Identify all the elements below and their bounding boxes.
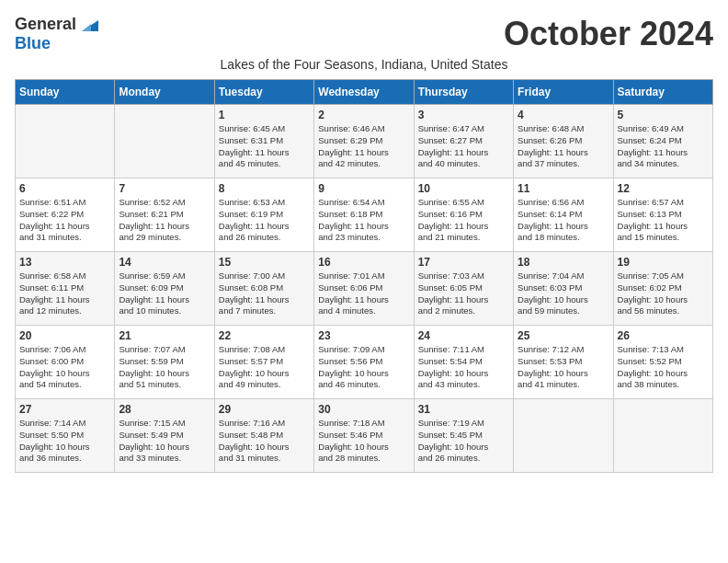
header-day-friday: Friday (514, 80, 613, 105)
cell-info: Sunset: 6:31 PM (219, 135, 310, 147)
logo: General Blue (15, 15, 98, 53)
cell-info: and 54 minutes. (19, 379, 110, 391)
header-day-tuesday: Tuesday (214, 80, 313, 105)
cell-info: Sunrise: 7:16 AM (219, 418, 310, 430)
cell-info: and 33 minutes. (119, 453, 210, 465)
calendar-body: 1Sunrise: 6:45 AMSunset: 6:31 PMDaylight… (16, 105, 713, 473)
month-title: October 2024 (504, 15, 713, 53)
cell-info: Sunset: 6:26 PM (518, 135, 609, 147)
cell-info: Sunset: 5:46 PM (318, 430, 409, 442)
cell-info: Daylight: 10 hours (418, 368, 509, 380)
cell-info: Daylight: 10 hours (518, 368, 609, 380)
cell-info: Daylight: 10 hours (318, 442, 409, 454)
calendar-cell: 22Sunrise: 7:08 AMSunset: 5:57 PMDayligh… (214, 326, 313, 399)
cell-info: Sunrise: 6:45 AM (219, 123, 310, 135)
calendar-cell: 5Sunrise: 6:49 AMSunset: 6:24 PMDaylight… (613, 105, 712, 178)
cell-info: Sunset: 6:09 PM (119, 282, 210, 294)
calendar-cell: 23Sunrise: 7:09 AMSunset: 5:56 PMDayligh… (314, 326, 414, 399)
day-number: 31 (418, 403, 509, 416)
day-number: 27 (19, 403, 110, 416)
cell-info: and 26 minutes. (418, 453, 509, 465)
cell-info: Daylight: 11 hours (418, 221, 509, 233)
calendar-cell: 20Sunrise: 7:06 AMSunset: 6:00 PMDayligh… (16, 326, 115, 399)
cell-info: Daylight: 10 hours (618, 368, 709, 380)
header-day-thursday: Thursday (414, 80, 513, 105)
cell-info: Daylight: 11 hours (219, 294, 310, 306)
cell-info: Sunrise: 7:18 AM (318, 418, 409, 430)
cell-info: and 34 minutes. (618, 158, 709, 170)
calendar-cell: 18Sunrise: 7:04 AMSunset: 6:03 PMDayligh… (514, 252, 613, 326)
cell-info: Sunset: 5:59 PM (119, 356, 210, 368)
cell-info: and 46 minutes. (318, 379, 409, 391)
cell-info: Sunrise: 7:14 AM (19, 418, 110, 430)
cell-info: and 31 minutes. (219, 453, 310, 465)
day-number: 29 (219, 403, 310, 416)
cell-info: Daylight: 10 hours (119, 368, 210, 380)
calendar-cell (115, 105, 214, 178)
cell-info: and 12 minutes. (19, 305, 110, 317)
day-number: 23 (318, 329, 409, 342)
cell-info: Daylight: 10 hours (219, 368, 310, 380)
calendar-cell: 9Sunrise: 6:54 AMSunset: 6:18 PMDaylight… (314, 178, 414, 252)
cell-info: and 23 minutes. (318, 232, 409, 244)
cell-info: Sunrise: 7:04 AM (518, 270, 609, 282)
cell-info: Sunset: 6:22 PM (19, 209, 110, 221)
cell-info: and 31 minutes. (19, 232, 110, 244)
cell-info: Daylight: 11 hours (119, 294, 210, 306)
cell-info: Daylight: 11 hours (418, 147, 509, 159)
calendar-cell: 27Sunrise: 7:14 AMSunset: 5:50 PMDayligh… (16, 399, 115, 473)
cell-info: Sunset: 6:13 PM (618, 209, 709, 221)
cell-info: Sunset: 6:29 PM (318, 135, 409, 147)
cell-info: Sunset: 5:57 PM (219, 356, 310, 368)
cell-info: Sunrise: 6:58 AM (19, 270, 110, 282)
day-number: 10 (418, 182, 509, 195)
week-row-5: 27Sunrise: 7:14 AMSunset: 5:50 PMDayligh… (16, 399, 713, 473)
cell-info: and 38 minutes. (618, 379, 709, 391)
calendar-cell: 3Sunrise: 6:47 AMSunset: 6:27 PMDaylight… (414, 105, 513, 178)
cell-info: Daylight: 10 hours (119, 442, 210, 454)
day-number: 17 (418, 256, 509, 269)
calendar-cell: 10Sunrise: 6:55 AMSunset: 6:16 PMDayligh… (414, 178, 513, 252)
day-number: 18 (518, 256, 609, 269)
day-number: 2 (318, 109, 409, 121)
cell-info: Sunset: 6:21 PM (119, 209, 210, 221)
cell-info: Sunrise: 6:51 AM (19, 197, 110, 209)
cell-info: Sunrise: 6:56 AM (518, 197, 609, 209)
cell-info: Sunrise: 7:19 AM (418, 418, 509, 430)
day-number: 26 (618, 329, 709, 342)
calendar-cell: 28Sunrise: 7:15 AMSunset: 5:49 PMDayligh… (115, 399, 214, 473)
cell-info: Sunset: 6:11 PM (19, 282, 110, 294)
calendar-cell (16, 105, 115, 178)
calendar-cell: 26Sunrise: 7:13 AMSunset: 5:52 PMDayligh… (613, 326, 712, 399)
cell-info: Sunset: 6:27 PM (418, 135, 509, 147)
cell-info: Sunrise: 7:11 AM (418, 344, 509, 356)
logo-general: General (15, 15, 76, 34)
calendar-cell: 17Sunrise: 7:03 AMSunset: 6:05 PMDayligh… (414, 252, 513, 326)
svg-marker-1 (82, 24, 91, 31)
cell-info: Sunset: 6:19 PM (219, 209, 310, 221)
header-day-wednesday: Wednesday (314, 80, 414, 105)
day-number: 15 (219, 256, 310, 269)
cell-info: Daylight: 11 hours (318, 221, 409, 233)
calendar-cell: 19Sunrise: 7:05 AMSunset: 6:02 PMDayligh… (613, 252, 712, 326)
day-number: 22 (219, 329, 310, 342)
calendar-table: SundayMondayTuesdayWednesdayThursdayFrid… (15, 79, 713, 473)
calendar-cell: 24Sunrise: 7:11 AMSunset: 5:54 PMDayligh… (414, 326, 513, 399)
cell-info: Sunrise: 6:47 AM (418, 123, 509, 135)
logo-icon (78, 17, 98, 31)
cell-info: Daylight: 11 hours (219, 221, 310, 233)
cell-info: Sunset: 5:50 PM (19, 430, 110, 442)
day-number: 11 (518, 182, 609, 195)
cell-info: Sunset: 6:08 PM (219, 282, 310, 294)
header: General Blue October 2024 (15, 15, 713, 53)
cell-info: and 15 minutes. (618, 232, 709, 244)
cell-info: and 41 minutes. (518, 379, 609, 391)
calendar-cell: 6Sunrise: 6:51 AMSunset: 6:22 PMDaylight… (16, 178, 115, 252)
cell-info: Daylight: 10 hours (418, 442, 509, 454)
cell-info: and 37 minutes. (518, 158, 609, 170)
week-row-1: 1Sunrise: 6:45 AMSunset: 6:31 PMDaylight… (16, 105, 713, 178)
cell-info: and 42 minutes. (318, 158, 409, 170)
cell-info: Sunset: 6:06 PM (318, 282, 409, 294)
day-number: 20 (19, 329, 110, 342)
day-number: 7 (119, 182, 210, 195)
